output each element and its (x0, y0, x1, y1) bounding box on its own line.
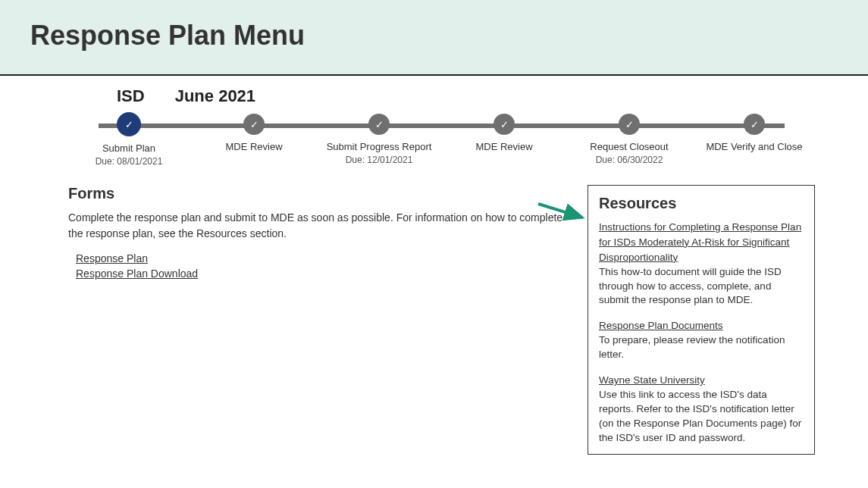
check-icon: ✓ (243, 114, 265, 135)
step-label: MDE Review (475, 141, 532, 152)
forms-title: Forms (68, 185, 565, 202)
step-label: Submit Progress Report (327, 141, 432, 152)
check-icon: ✓ (117, 112, 141, 136)
resource-documents-desc: To prepare, please review the notificati… (599, 333, 804, 362)
step-submit-plan[interactable]: ✓ Submit Plan Due: 08/01/2021 (76, 114, 182, 167)
step-request-closeout[interactable]: ✓ Request Closeout Due: 06/30/2022 (576, 114, 682, 165)
isd-label: ISD (117, 86, 145, 106)
check-icon: ✓ (494, 114, 515, 135)
main-content: ISD June 2021 ✓ Submit Plan Due: 08/01/2… (0, 76, 868, 470)
page-header: Response Plan Menu (0, 0, 868, 76)
step-submit-progress[interactable]: ✓ Submit Progress Report Due: 12/01/2021 (326, 114, 432, 165)
step-label: Submit Plan (102, 142, 155, 154)
page-title: Response Plan Menu (30, 20, 838, 52)
step-mde-review-1[interactable]: ✓ MDE Review (201, 114, 307, 155)
lower-section: Forms Complete the response plan and sub… (68, 185, 815, 455)
resources-section: Resources Instructions for Completing a … (588, 185, 815, 455)
step-due: Due: 08/01/2021 (96, 156, 163, 167)
resource-instructions-desc: This how-to document will guide the ISD … (599, 265, 804, 308)
step-mde-review-2[interactable]: ✓ MDE Review (451, 114, 557, 155)
forms-description: Complete the response plan and submit to… (68, 210, 565, 242)
check-icon: ✓ (619, 114, 640, 135)
check-icon: ✓ (744, 114, 765, 135)
step-label: MDE Verify and Close (706, 141, 802, 152)
step-label: MDE Review (225, 141, 282, 152)
response-plan-download-link[interactable]: Response Plan Download (76, 267, 565, 280)
step-due: Due: 06/30/2022 (596, 155, 663, 165)
step-label: Request Closeout (590, 141, 668, 152)
resources-title: Resources (599, 195, 804, 212)
check-icon: ✓ (368, 114, 390, 135)
response-plan-link[interactable]: Response Plan (76, 252, 565, 264)
forms-section: Forms Complete the response plan and sub… (68, 185, 565, 283)
step-due: Due: 12/01/2021 (346, 155, 413, 165)
resource-wsu-link[interactable]: Wayne State University (599, 374, 705, 386)
stepper-header: ISD June 2021 (117, 86, 815, 106)
resource-documents-link[interactable]: Response Plan Documents (599, 320, 723, 331)
step-verify-close[interactable]: ✓ MDE Verify and Close (701, 114, 807, 155)
resource-wsu-desc: Use this link to access the ISD's data r… (599, 388, 804, 446)
period-label: June 2021 (175, 86, 255, 106)
resource-instructions-link[interactable]: Instructions for Completing a Response P… (599, 221, 801, 263)
progress-stepper: ✓ Submit Plan Due: 08/01/2021 ✓ MDE Revi… (76, 114, 807, 167)
